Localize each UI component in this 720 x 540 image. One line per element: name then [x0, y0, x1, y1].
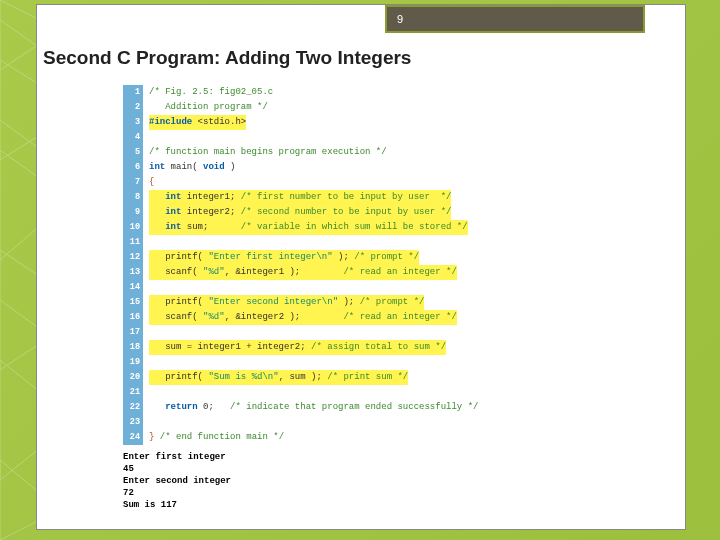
page-number: 9	[397, 13, 403, 25]
code-line: 10 int sum; /* variable in which sum wil…	[123, 220, 605, 235]
page-number-tab: 9	[385, 5, 645, 33]
code-line: 16 scanf( "%d", &integer2 ); /* read an …	[123, 310, 605, 325]
code-line: 6int main( void )	[123, 160, 605, 175]
code-text: #include <stdio.h>	[149, 115, 246, 130]
code-text: return 0; /* indicate that program ended…	[149, 400, 478, 415]
code-line: 12 printf( "Enter first integer\n" ); /*…	[123, 250, 605, 265]
line-number: 10	[123, 220, 143, 235]
code-text: printf( "Sum is %d\n", sum ); /* print s…	[149, 370, 408, 385]
code-text: {	[149, 175, 154, 190]
line-number: 24	[123, 430, 143, 445]
code-text: /* function main begins program executio…	[149, 145, 387, 160]
line-number: 22	[123, 400, 143, 415]
line-number: 18	[123, 340, 143, 355]
code-text: Addition program */	[149, 100, 268, 115]
code-text: int integer2; /* second number to be inp…	[149, 205, 451, 220]
code-text: /* Fig. 2.5: fig02_05.c	[149, 85, 273, 100]
line-number: 1	[123, 85, 143, 100]
code-line: 7{	[123, 175, 605, 190]
line-number: 6	[123, 160, 143, 175]
code-text: int integer1; /* first number to be inpu…	[149, 190, 451, 205]
code-line: 18 sum = integer1 + integer2; /* assign …	[123, 340, 605, 355]
line-number: 2	[123, 100, 143, 115]
line-number: 5	[123, 145, 143, 160]
code-line: 22 return 0; /* indicate that program en…	[123, 400, 605, 415]
code-line: 5/* function main begins program executi…	[123, 145, 605, 160]
line-number: 15	[123, 295, 143, 310]
line-number: 13	[123, 265, 143, 280]
code-text: printf( "Enter second integer\n" ); /* p…	[149, 295, 424, 310]
line-number: 21	[123, 385, 143, 400]
line-number: 7	[123, 175, 143, 190]
program-output: Enter first integer 45 Enter second inte…	[123, 451, 605, 511]
code-text: int sum; /* variable in which sum will b…	[149, 220, 468, 235]
line-number: 3	[123, 115, 143, 130]
line-number: 8	[123, 190, 143, 205]
code-line: 17	[123, 325, 605, 340]
code-text: } /* end function main */	[149, 430, 284, 445]
line-number: 4	[123, 130, 143, 145]
code-block: 1/* Fig. 2.5: fig02_05.c2 Addition progr…	[123, 85, 605, 511]
code-text: scanf( "%d", &integer1 ); /* read an int…	[149, 265, 457, 280]
code-text: sum = integer1 + integer2; /* assign tot…	[149, 340, 446, 355]
code-text: int main( void )	[149, 160, 235, 175]
code-line: 4	[123, 130, 605, 145]
line-number: 20	[123, 370, 143, 385]
code-line: 14	[123, 280, 605, 295]
code-line: 3#include <stdio.h>	[123, 115, 605, 130]
code-line: 11	[123, 235, 605, 250]
code-line: 1/* Fig. 2.5: fig02_05.c	[123, 85, 605, 100]
line-number: 11	[123, 235, 143, 250]
line-number: 14	[123, 280, 143, 295]
code-line: 24} /* end function main */	[123, 430, 605, 445]
code-line: 23	[123, 415, 605, 430]
line-number: 17	[123, 325, 143, 340]
code-line: 8 int integer1; /* first number to be in…	[123, 190, 605, 205]
code-line: 21	[123, 385, 605, 400]
code-line: 13 scanf( "%d", &integer1 ); /* read an …	[123, 265, 605, 280]
slide-panel: 9 Second C Program: Adding Two Integers …	[36, 4, 686, 530]
code-line: 2 Addition program */	[123, 100, 605, 115]
code-text: printf( "Enter first integer\n" ); /* pr…	[149, 250, 419, 265]
code-line: 20 printf( "Sum is %d\n", sum ); /* prin…	[123, 370, 605, 385]
line-number: 12	[123, 250, 143, 265]
line-number: 16	[123, 310, 143, 325]
line-number: 19	[123, 355, 143, 370]
code-text: scanf( "%d", &integer2 ); /* read an int…	[149, 310, 457, 325]
code-line: 9 int integer2; /* second number to be i…	[123, 205, 605, 220]
line-number: 9	[123, 205, 143, 220]
slide-title: Second C Program: Adding Two Integers	[43, 47, 411, 69]
code-line: 15 printf( "Enter second integer\n" ); /…	[123, 295, 605, 310]
code-line: 19	[123, 355, 605, 370]
line-number: 23	[123, 415, 143, 430]
